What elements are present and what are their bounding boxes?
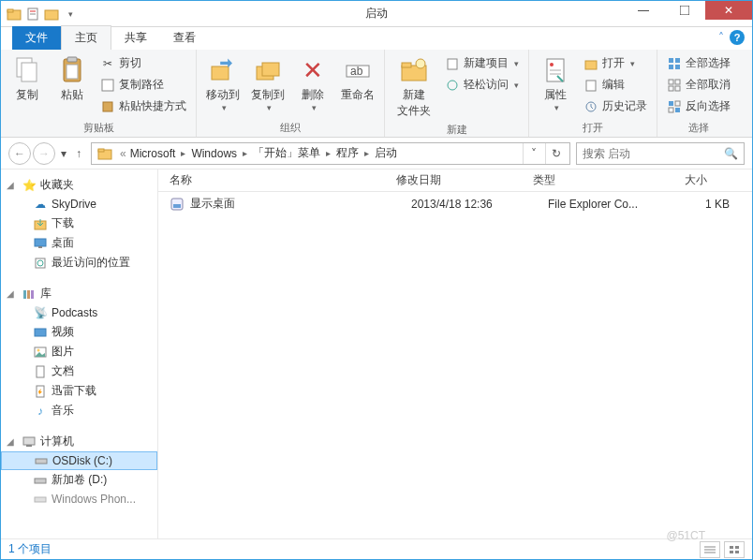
tree-favorites[interactable]: ◢⭐收藏夹 (1, 175, 157, 195)
tree-item[interactable]: OSDisk (C:) (1, 451, 157, 470)
tree-item[interactable]: 视频 (1, 322, 157, 342)
search-input[interactable] (583, 147, 724, 160)
star-icon: ⭐ (22, 178, 37, 193)
search-box[interactable]: 🔍 (576, 142, 745, 165)
file-type: File Explorer Co... (548, 198, 673, 211)
breadcrumb-item[interactable]: Windows (187, 147, 241, 160)
col-type[interactable]: 类型 (533, 172, 658, 188)
tree-item[interactable]: 下载 (1, 214, 157, 233)
col-size[interactable]: 大小 (658, 172, 715, 188)
svg-point-23 (448, 81, 457, 90)
rename-button[interactable]: ab重命名 (337, 53, 378, 105)
column-headers[interactable]: 名称 修改日期 类型 大小 (158, 169, 752, 192)
tab-file[interactable]: 文件 (12, 26, 61, 50)
col-name[interactable]: 名称 (170, 172, 396, 188)
tab-home[interactable]: 主页 (61, 25, 111, 50)
svg-rect-68 (730, 546, 733, 549)
window-controls: — ✕ (623, 1, 752, 26)
search-icon[interactable]: 🔍 (724, 147, 738, 160)
moveto-button[interactable]: 移动到▾ (202, 53, 244, 114)
invert-button[interactable]: 反向选择 (663, 96, 734, 116)
new-folder-icon[interactable] (44, 7, 59, 22)
easyaccess-icon (445, 78, 460, 93)
refresh-button[interactable]: ↻ (545, 143, 566, 164)
breadcrumb-item[interactable]: 启动 (371, 145, 401, 161)
details-view-button[interactable] (700, 541, 720, 558)
help-icon[interactable]: ? (730, 30, 745, 45)
status-text: 1 个项目 (8, 541, 52, 557)
paste-button[interactable]: 粘贴 (52, 53, 93, 105)
qa-dropdown-icon[interactable]: ▾ (63, 7, 78, 22)
drive-icon (33, 492, 48, 507)
address-bar[interactable]: « Microsoft▸ Windows▸ 「开始」菜单▸ 程序▸ 启动 ˅ ↻ (91, 142, 570, 165)
ribbon-group-clipboard: 复制 粘贴 ✂剪切 复制路径 粘贴快捷方式 剪贴板 (1, 50, 197, 137)
title-bar: ▾ 启动 — ✕ (1, 1, 752, 27)
icons-view-button[interactable] (724, 541, 745, 558)
file-row[interactable]: 显示桌面 2013/4/18 12:36 File Explorer Co...… (158, 192, 752, 215)
breadcrumb-item[interactable]: 程序 (332, 145, 362, 161)
file-size: 1 KB (673, 198, 730, 211)
open-button[interactable]: 打开▾ (580, 53, 651, 73)
drive-icon (34, 453, 49, 468)
minimize-ribbon-icon[interactable]: ˄ (718, 31, 724, 44)
maximize-button[interactable] (664, 1, 705, 20)
copypath-button[interactable]: 复制路径 (96, 75, 190, 95)
svg-rect-29 (586, 81, 596, 91)
svg-rect-22 (448, 59, 457, 69)
tab-share[interactable]: 共享 (111, 26, 160, 50)
back-button[interactable]: ← (8, 142, 31, 165)
easyaccess-button[interactable]: 轻松访问▾ (441, 75, 523, 95)
group-label-clipboard: 剪贴板 (7, 119, 190, 135)
svg-rect-50 (23, 290, 26, 299)
window-title: 启动 (365, 6, 388, 22)
svg-text:ab: ab (350, 65, 363, 78)
address-dropdown[interactable]: ˅ (523, 143, 543, 164)
tree-item[interactable]: 迅雷下载 (1, 381, 157, 401)
navigation-pane[interactable]: ◢⭐收藏夹 ☁SkyDrive 下载 桌面 最近访问的位置 ◢库 📡Podcas… (1, 169, 158, 540)
edit-button[interactable]: 编辑 (580, 75, 651, 95)
newfolder-button[interactable]: 新建 文件夹 (391, 53, 437, 121)
folder-icon[interactable] (7, 7, 22, 22)
tab-view[interactable]: 查看 (160, 26, 209, 50)
properties-icon[interactable] (25, 7, 40, 22)
tree-item[interactable]: 📡Podcasts (1, 303, 157, 322)
ribbon-tabs: 文件 主页 共享 查看 ˄ ? (1, 27, 752, 50)
close-button[interactable]: ✕ (705, 1, 752, 20)
copyto-button[interactable]: 复制到▾ (247, 53, 288, 114)
tree-item[interactable]: ☁SkyDrive (1, 195, 157, 214)
copy-button[interactable]: 复制 (7, 53, 48, 105)
tree-item[interactable]: 图片 (1, 342, 157, 361)
tree-item[interactable]: 文档 (1, 361, 157, 381)
tree-item[interactable]: 新加卷 (D:) (1, 470, 157, 490)
selectnone-button[interactable]: 全部取消 (663, 75, 734, 95)
recent-dropdown[interactable]: ▾ (57, 142, 70, 165)
pasteshortcut-button[interactable]: 粘贴快捷方式 (96, 96, 190, 116)
tree-libraries[interactable]: ◢库 (1, 284, 157, 303)
svg-rect-11 (66, 65, 78, 79)
breadcrumb-item[interactable]: Microsoft (126, 147, 180, 160)
history-button[interactable]: 历史记录 (580, 96, 651, 116)
podcasts-icon: 📡 (33, 305, 48, 320)
properties-button[interactable]: 属性▾ (535, 53, 576, 114)
newitem-button[interactable]: 新建项目▾ (441, 53, 523, 73)
forward-button[interactable]: → (33, 142, 55, 165)
tree-item[interactable]: Windows Phon... (1, 490, 157, 508)
cut-button[interactable]: ✂剪切 (96, 53, 190, 73)
tree-computer[interactable]: ◢计算机 (1, 432, 157, 451)
svg-rect-34 (675, 65, 680, 69)
minimize-button[interactable]: — (623, 1, 664, 20)
selectall-button[interactable]: 全部选择 (663, 53, 734, 73)
tree-item[interactable]: 桌面 (1, 233, 157, 253)
tree-item[interactable]: ♪音乐 (1, 401, 157, 420)
breadcrumb-item[interactable]: 「开始」菜单 (249, 145, 324, 161)
svg-rect-36 (675, 80, 680, 84)
copy-icon (12, 55, 42, 85)
tree-item[interactable]: 最近访问的位置 (1, 253, 157, 273)
svg-rect-8 (22, 63, 37, 81)
col-date[interactable]: 修改日期 (396, 172, 533, 188)
paste-icon (57, 55, 87, 85)
svg-rect-33 (669, 65, 673, 69)
delete-button[interactable]: ✕删除▾ (292, 53, 333, 114)
svg-rect-16 (262, 63, 279, 76)
up-button[interactable]: ↑ (72, 142, 85, 165)
